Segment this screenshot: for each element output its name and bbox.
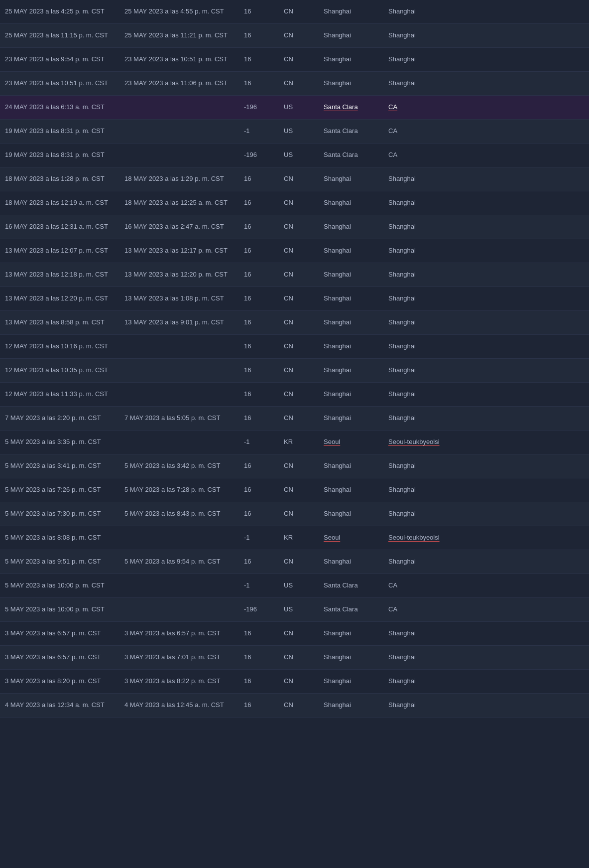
table-row: 5 MAY 2023 a las 3:35 p. m. CST-1KRSeoul… (0, 431, 589, 454)
code-cell: 16 (239, 625, 279, 642)
region-cell: Shanghai (383, 362, 448, 379)
city-cell: Shanghai (319, 386, 383, 403)
start-time-cell: 18 MAY 2023 a las 1:28 p. m. CST (0, 170, 119, 187)
table-row: 5 MAY 2023 a las 10:00 p. m. CST-196USSa… (0, 598, 589, 622)
start-time-cell: 16 MAY 2023 a las 12:31 a. m. CST (0, 218, 119, 235)
code-cell: 16 (239, 218, 279, 235)
code-cell: -196 (239, 99, 279, 116)
region-cell: Seoul-teukbyeolsi (383, 529, 448, 546)
country-code-cell: CN (279, 314, 319, 331)
end-time-cell: 4 MAY 2023 a las 12:45 a. m. CST (119, 697, 239, 714)
code-cell: 16 (239, 553, 279, 570)
end-time-cell: 3 MAY 2023 a las 7:01 p. m. CST (119, 649, 239, 666)
city-cell: Shanghai (319, 218, 383, 235)
city-cell: Shanghai (319, 51, 383, 68)
start-time-cell: 19 MAY 2023 a las 8:31 p. m. CST (0, 146, 119, 163)
end-time-cell: 5 MAY 2023 a las 9:54 p. m. CST (119, 553, 239, 570)
code-cell: 16 (239, 410, 279, 427)
region-cell: Shanghai (383, 649, 448, 666)
country-code-cell: KR (279, 529, 319, 546)
region-cell: Shanghai (383, 194, 448, 211)
region-cell: CA (383, 99, 448, 116)
city-cell: Shanghai (319, 625, 383, 642)
end-time-cell: 18 MAY 2023 a las 12:25 a. m. CST (119, 194, 239, 211)
table-row: 16 MAY 2023 a las 12:31 a. m. CST16 MAY … (0, 215, 589, 239)
table-row: 24 MAY 2023 a las 6:13 a. m. CST-196USSa… (0, 96, 589, 120)
country-code-cell: CN (279, 410, 319, 427)
city-cell: Shanghai (319, 290, 383, 307)
table-row: 3 MAY 2023 a las 6:57 p. m. CST3 MAY 202… (0, 646, 589, 670)
table-row: 7 MAY 2023 a las 2:20 p. m. CST7 MAY 202… (0, 407, 589, 431)
start-time-cell: 5 MAY 2023 a las 3:41 p. m. CST (0, 457, 119, 474)
code-cell: -1 (239, 529, 279, 546)
code-cell: -1 (239, 123, 279, 140)
start-time-cell: 5 MAY 2023 a las 10:00 p. m. CST (0, 601, 119, 618)
end-time-cell (119, 391, 239, 399)
end-time-cell: 3 MAY 2023 a las 8:22 p. m. CST (119, 673, 239, 690)
country-code-cell: US (279, 601, 319, 618)
start-time-cell: 13 MAY 2023 a las 8:58 p. m. CST (0, 314, 119, 331)
region-cell: Shanghai (383, 410, 448, 427)
table-row: 3 MAY 2023 a las 8:20 p. m. CST3 MAY 202… (0, 670, 589, 694)
table-row: 12 MAY 2023 a las 10:16 p. m. CST16CNSha… (0, 335, 589, 359)
country-code-cell: CN (279, 242, 319, 259)
start-time-cell: 18 MAY 2023 a las 12:19 a. m. CST (0, 194, 119, 211)
table-row: 18 MAY 2023 a las 12:19 a. m. CST18 MAY … (0, 191, 589, 215)
city-cell: Shanghai (319, 697, 383, 714)
code-cell: 16 (239, 457, 279, 474)
end-time-cell (119, 606, 239, 614)
country-code-cell: CN (279, 553, 319, 570)
region-cell: Shanghai (383, 697, 448, 714)
city-cell: Seoul (319, 434, 383, 450)
start-time-cell: 23 MAY 2023 a las 10:51 p. m. CST (0, 75, 119, 92)
table-row: 23 MAY 2023 a las 10:51 p. m. CST23 MAY … (0, 72, 589, 96)
country-code-cell: CN (279, 266, 319, 283)
start-time-cell: 12 MAY 2023 a las 10:16 p. m. CST (0, 338, 119, 355)
city-cell: Shanghai (319, 314, 383, 331)
data-table: 25 MAY 2023 a las 4:25 p. m. CST25 MAY 2… (0, 0, 589, 718)
start-time-cell: 24 MAY 2023 a las 6:13 a. m. CST (0, 99, 119, 116)
end-time-cell: 7 MAY 2023 a las 5:05 p. m. CST (119, 410, 239, 427)
country-code-cell: CN (279, 3, 319, 20)
end-time-cell: 5 MAY 2023 a las 3:42 p. m. CST (119, 457, 239, 474)
table-row: 13 MAY 2023 a las 12:20 p. m. CST13 MAY … (0, 287, 589, 311)
country-code-cell: CN (279, 505, 319, 522)
country-code-cell: CN (279, 170, 319, 187)
end-time-cell (119, 582, 239, 590)
code-cell: 16 (239, 673, 279, 690)
region-cell: Shanghai (383, 386, 448, 403)
start-time-cell: 5 MAY 2023 a las 9:51 p. m. CST (0, 553, 119, 570)
end-time-cell: 5 MAY 2023 a las 8:43 p. m. CST (119, 505, 239, 522)
start-time-cell: 5 MAY 2023 a las 3:35 p. m. CST (0, 434, 119, 450)
start-time-cell: 7 MAY 2023 a las 2:20 p. m. CST (0, 410, 119, 427)
city-cell: Shanghai (319, 266, 383, 283)
table-row: 12 MAY 2023 a las 10:35 p. m. CST16CNSha… (0, 359, 589, 383)
end-time-cell: 5 MAY 2023 a las 7:28 p. m. CST (119, 481, 239, 498)
start-time-cell: 25 MAY 2023 a las 4:25 p. m. CST (0, 3, 119, 20)
region-cell: Shanghai (383, 27, 448, 44)
country-code-cell: CN (279, 290, 319, 307)
start-time-cell: 23 MAY 2023 a las 9:54 p. m. CST (0, 51, 119, 68)
region-cell: Shanghai (383, 242, 448, 259)
region-cell: Shanghai (383, 553, 448, 570)
country-code-cell: US (279, 577, 319, 594)
table-row: 5 MAY 2023 a las 9:51 p. m. CST5 MAY 202… (0, 550, 589, 574)
code-cell: 16 (239, 481, 279, 498)
region-cell: Shanghai (383, 673, 448, 690)
country-code-cell: US (279, 99, 319, 116)
city-cell: Santa Clara (319, 123, 383, 140)
city-cell: Santa Clara (319, 577, 383, 594)
code-cell: 16 (239, 649, 279, 666)
start-time-cell: 5 MAY 2023 a las 10:00 p. m. CST (0, 577, 119, 594)
country-code-cell: CN (279, 625, 319, 642)
code-cell: 16 (239, 338, 279, 355)
start-time-cell: 13 MAY 2023 a las 12:20 p. m. CST (0, 290, 119, 307)
code-cell: -1 (239, 577, 279, 594)
end-time-cell: 23 MAY 2023 a las 11:06 p. m. CST (119, 75, 239, 92)
country-code-cell: CN (279, 75, 319, 92)
table-row: 18 MAY 2023 a las 1:28 p. m. CST18 MAY 2… (0, 167, 589, 191)
end-time-cell: 25 MAY 2023 a las 4:55 p. m. CST (119, 3, 239, 20)
country-code-cell: CN (279, 457, 319, 474)
table-row: 25 MAY 2023 a las 4:25 p. m. CST25 MAY 2… (0, 0, 589, 24)
city-cell: Shanghai (319, 673, 383, 690)
